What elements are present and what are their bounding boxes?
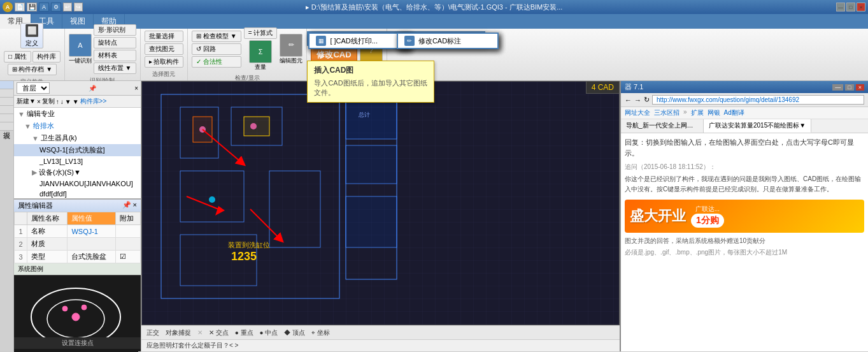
tree-item-device[interactable]: ▶ 设备(水)(S)▼	[14, 166, 141, 179]
bookmark-translate[interactable]: Ad翻译	[724, 108, 744, 117]
property-button[interactable]: □ 属性	[4, 51, 31, 62]
down-button[interactable]: ↓	[60, 98, 64, 105]
midpoint-snap[interactable]: ● 中点	[260, 328, 278, 337]
panel-pin-icon[interactable]: 📌	[89, 85, 96, 92]
rotate-point-button[interactable]: 旋转点	[94, 37, 136, 48]
maximize-button[interactable]: □	[846, 3, 855, 11]
ad-sub-text: 广联达...	[695, 205, 720, 214]
measure-label: 查量	[255, 63, 266, 71]
toolbar-redo[interactable]: ↪	[74, 3, 83, 11]
copy-button[interactable]: 复制	[42, 97, 55, 106]
measure-button[interactable]: Σ	[249, 40, 272, 63]
component-save-button[interactable]: ⊞ 构件存档 ▼	[8, 64, 57, 75]
modify-annotation-item[interactable]: ✏ 修改CAD标注	[397, 33, 499, 49]
pick-component-button[interactable]: ▸ 拾取构件	[145, 56, 184, 68]
browser-back[interactable]: ←	[625, 96, 632, 104]
toolbar-quick-btn-4[interactable]: ⚙	[51, 3, 61, 11]
toolbar-quick-btn-1[interactable]: 📄	[15, 3, 25, 11]
browser-minimize[interactable]: —	[832, 84, 843, 91]
attr-value-2[interactable]	[68, 238, 116, 251]
tree-item-wsqj[interactable]: WSQJ-1[台式洗脸盆]	[14, 144, 141, 156]
up-button[interactable]: ↑	[56, 98, 59, 105]
one-key-recognize-button[interactable]: A	[69, 34, 92, 57]
tree-arrow-device: ▶	[32, 168, 37, 177]
attr-table: 属性名称 属性值 附加 1 名称 WSQJ-1 2 材质	[14, 212, 141, 263]
calc-formula-button[interactable]: = 计算式	[244, 27, 278, 39]
browser-close[interactable]: ×	[856, 84, 864, 91]
bookmark-netbank[interactable]: 网银	[708, 108, 720, 117]
tree-item-sanitary[interactable]: ▼ 卫生器具(k)	[14, 132, 141, 144]
sidebar-tab-report[interactable]: 报表	[0, 122, 13, 131]
component-lib-button[interactable]: 构件库	[32, 51, 60, 62]
sidebar-tab-engineering[interactable]: 工程设置	[0, 89, 13, 98]
check-model-button[interactable]: ⊞ 检查模型 ▼	[192, 31, 241, 42]
browser-maximize[interactable]: □	[845, 84, 853, 91]
attr-col-name: 属性名称	[27, 212, 68, 225]
floor-selector[interactable]: 首层	[17, 82, 50, 94]
toolbar-quick-btn-3[interactable]: A	[39, 3, 49, 11]
sort-button[interactable]: ▼	[73, 98, 79, 105]
browser-forward[interactable]: →	[634, 96, 641, 104]
sidebar-tab-centralized[interactable]: 集中套用做法	[0, 114, 13, 122]
tree-item-drainage[interactable]: ▼ 给排水	[14, 120, 141, 132]
sidebar-tab-drawing[interactable]: 绘图输入	[0, 98, 13, 106]
loop-button[interactable]: ↺ 回路	[192, 43, 241, 55]
linear-layout-button[interactable]: 线性布置 ▼	[94, 62, 136, 74]
cad-count-label: 4 CAD	[586, 82, 619, 94]
tab-gldz[interactable]: 广联达安装算量2015不能绘图标▼	[704, 119, 811, 133]
answer-body: 你这个是已经识别了构件，我现在遇到的问题是我刚导入图纸、CAD图纸，在绘图输入中…	[625, 174, 864, 194]
modify-annotation-label: 修改CAD标注	[418, 36, 461, 46]
system-diagram-link[interactable]: 系统图例	[14, 263, 141, 275]
browser-url[interactable]: http://www.fwxgx.com/question/gimq/detai…	[652, 95, 864, 105]
toolbar-section-modify-cad: 修改CAD ? 小助手 📥 插入CAD图 + 补面CAD线	[307, 29, 387, 80]
object-snap-toggle[interactable]: 对象捕捉	[166, 328, 191, 337]
shape-recognize-button[interactable]: 形·形识别	[94, 24, 136, 36]
browser-title: 器 7.1	[625, 82, 643, 92]
set-connection-point-button[interactable]: 设置连接点	[14, 337, 141, 349]
bookmark-sanshuiqu[interactable]: 三水区招	[654, 108, 679, 117]
toolbar-quick-btn-2[interactable]: 💾	[27, 3, 37, 11]
attr-addon-3: ☑	[116, 251, 141, 263]
tree-item-jianvhakou[interactable]: JIANVHAKOU[JIANVHAKOU]	[14, 179, 141, 189]
minimize-button[interactable]: —	[836, 3, 845, 11]
browser-content: 回复：切换到绘图输入后，在绘图输入界面空白处，点击大写字母C即可显示。 追问（2…	[621, 133, 868, 351]
legality-button[interactable]: ✓ 合法性	[192, 56, 241, 68]
sidebar-tab-table[interactable]: 表格输入	[0, 106, 13, 114]
attr-editor-pin[interactable]: 📌 ×	[122, 201, 137, 210]
batch-select-button[interactable]: 批量选择	[145, 31, 184, 42]
browser-refresh[interactable]: ↻	[644, 96, 650, 104]
cad-canvas[interactable]: 1235 装置到洗缸位 总计 4 CAD	[141, 81, 620, 325]
orthogonal-toggle[interactable]: 正交	[146, 328, 159, 337]
coord-snap[interactable]: ⌖ 坐标	[311, 328, 330, 337]
define-button[interactable]: 🔲 定义	[20, 23, 43, 48]
panel-close-icon[interactable]: ×	[134, 85, 138, 92]
attr-value-1[interactable]: WSQJ-1	[68, 225, 116, 238]
new-button[interactable]: 新建▼	[17, 97, 36, 106]
question-time: 追问（2015-06-18 18:11:52）：	[625, 162, 864, 172]
bookmark-daohang[interactable]: 网址大全	[625, 108, 650, 117]
bookmark-expand[interactable]: 扩展	[691, 108, 704, 117]
close-button[interactable]: ×	[857, 3, 865, 11]
tree-item-lv13[interactable]: _LV13[_LV13]	[14, 156, 141, 166]
print-item[interactable]: ▦ [ ]CAD线打印...	[308, 33, 410, 49]
toolbar-undo[interactable]: ↩	[63, 3, 72, 11]
select-section-label: 选择图元	[152, 70, 175, 78]
question-bar: 应急照明灯套什么定额子目？< >	[141, 339, 620, 351]
component-lib-tree-button[interactable]: 构件库>>	[80, 97, 107, 106]
find-element-button[interactable]: 查找图元	[145, 43, 184, 55]
edit-element-button[interactable]: ✏	[280, 34, 302, 57]
tree-item-edit-spec[interactable]: ▼ 编辑专业	[14, 108, 141, 120]
vertex-snap[interactable]: ◆ 顶点	[284, 328, 305, 337]
ad-banner[interactable]: 盛大开业 广联达... 1分购	[625, 200, 864, 233]
endpoint-snap[interactable]: ● 重点	[235, 328, 253, 337]
intersection-snap[interactable]: ✕ 交点	[209, 328, 229, 337]
tree-arrow-sanitary: ▼	[32, 135, 39, 142]
filter-button[interactable]: ▼	[65, 98, 71, 105]
tab-navigation[interactable]: 导航_新一代安全上网导航	[621, 119, 704, 133]
sidebar-tab-define[interactable]: 定义	[0, 81, 13, 89]
attr-value-3[interactable]: 台式洗脸盆	[68, 251, 116, 263]
delete-tree-button[interactable]: ×	[37, 98, 41, 105]
attr-name-3: 类型	[27, 251, 68, 263]
material-table-button[interactable]: 材料表	[94, 50, 136, 61]
tree-item-dfdf[interactable]: dfdf[dfdf]	[14, 189, 141, 198]
